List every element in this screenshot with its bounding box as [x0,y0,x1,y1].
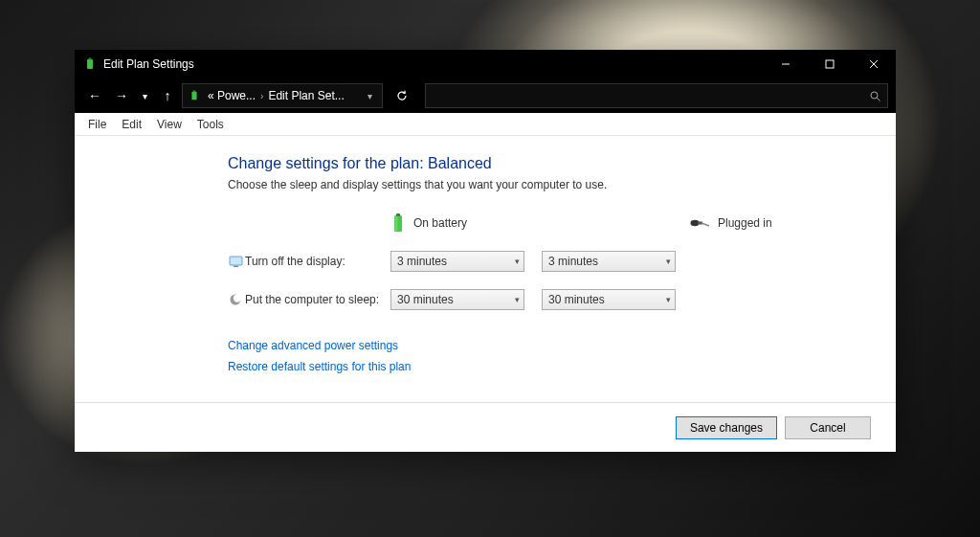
svg-rect-12 [395,216,398,231]
edit-plan-settings-window: Edit Plan Settings ← → ▾ ↑ « Powe... › E… [75,50,896,452]
breadcrumb-segment[interactable]: « Powe... [206,89,257,102]
cancel-button[interactable]: Cancel [785,416,871,439]
column-battery: On battery [390,213,538,234]
menu-view[interactable]: View [149,115,189,134]
menu-edit[interactable]: Edit [114,115,149,134]
links-block: Change advanced power settings Restore d… [228,335,896,377]
column-battery-label: On battery [413,216,467,230]
svg-rect-1 [89,58,92,60]
save-button[interactable]: Save changes [676,416,777,439]
restore-defaults-link[interactable]: Restore default settings for this plan [228,356,896,377]
column-plugged: Plugged in [689,216,823,230]
page-heading: Change settings for the plan: Balanced [228,155,896,172]
menu-tools[interactable]: Tools [189,115,232,134]
column-headers: On battery Plugged in [390,213,896,234]
chevron-down-icon: ▾ [666,295,671,304]
svg-rect-11 [396,213,400,216]
search-box[interactable] [425,83,888,108]
chevron-right-icon: › [257,91,266,101]
dropdown-value: 3 minutes [548,255,666,268]
minimize-button[interactable] [764,50,808,78]
chevron-down-icon: ▾ [515,257,520,266]
svg-point-8 [871,92,878,99]
display-battery-dropdown[interactable]: 3 minutes ▾ [390,251,524,272]
power-icon [82,56,98,72]
chevron-down-icon: ▾ [515,295,520,304]
dropdown-value: 30 minutes [548,293,666,306]
svg-rect-0 [87,59,93,69]
row-display-label: Turn off the display: [245,255,390,268]
search-icon[interactable] [869,90,881,102]
svg-rect-3 [826,60,834,68]
breadcrumb-segment[interactable]: Edit Plan Set... [266,89,345,102]
sleep-plugged-dropdown[interactable]: 30 minutes ▾ [542,289,676,310]
menubar: File Edit View Tools [75,113,896,136]
battery-icon [390,213,406,234]
row-sleep: Put the computer to sleep: 30 minutes ▾ … [228,289,896,310]
recent-locations-button[interactable]: ▾ [136,83,153,108]
navbar: ← → ▾ ↑ « Powe... › Edit Plan Set... ▾ [75,78,896,113]
forward-button[interactable]: → [109,83,134,108]
moon-icon [228,292,243,307]
svg-rect-17 [234,265,238,267]
column-plugged-label: Plugged in [718,216,772,230]
svg-rect-7 [193,90,196,92]
row-sleep-label: Put the computer to sleep: [245,293,390,306]
svg-line-9 [877,98,880,101]
svg-line-15 [702,223,709,226]
maximize-button[interactable] [808,50,852,78]
content-area: Change settings for the plan: Balanced C… [75,136,896,402]
chevron-down-icon[interactable]: ▾ [362,91,378,101]
close-button[interactable] [852,50,896,78]
refresh-button[interactable] [389,83,415,108]
advanced-settings-link[interactable]: Change advanced power settings [228,335,896,356]
dropdown-value: 3 minutes [397,255,515,268]
dropdown-value: 30 minutes [397,293,515,306]
up-button[interactable]: ↑ [155,83,180,108]
page-description: Choose the sleep and display settings th… [228,178,896,191]
menu-file[interactable]: File [80,115,114,134]
breadcrumb[interactable]: « Powe... › Edit Plan Set... ▾ [182,83,383,108]
plug-icon [689,216,710,230]
row-display: Turn off the display: 3 minutes ▾ 3 minu… [228,251,896,272]
titlebar[interactable]: Edit Plan Settings [75,50,896,78]
footer: Save changes Cancel [75,402,896,452]
display-icon [228,254,243,269]
back-button[interactable]: ← [82,83,107,108]
search-input[interactable] [432,89,869,102]
svg-rect-16 [230,257,242,265]
power-icon [187,88,202,103]
svg-rect-6 [191,92,196,101]
sleep-battery-dropdown[interactable]: 30 minutes ▾ [390,289,524,310]
display-plugged-dropdown[interactable]: 3 minutes ▾ [542,251,676,272]
window-title: Edit Plan Settings [103,57,764,71]
svg-point-19 [234,294,241,302]
chevron-down-icon: ▾ [666,257,671,266]
